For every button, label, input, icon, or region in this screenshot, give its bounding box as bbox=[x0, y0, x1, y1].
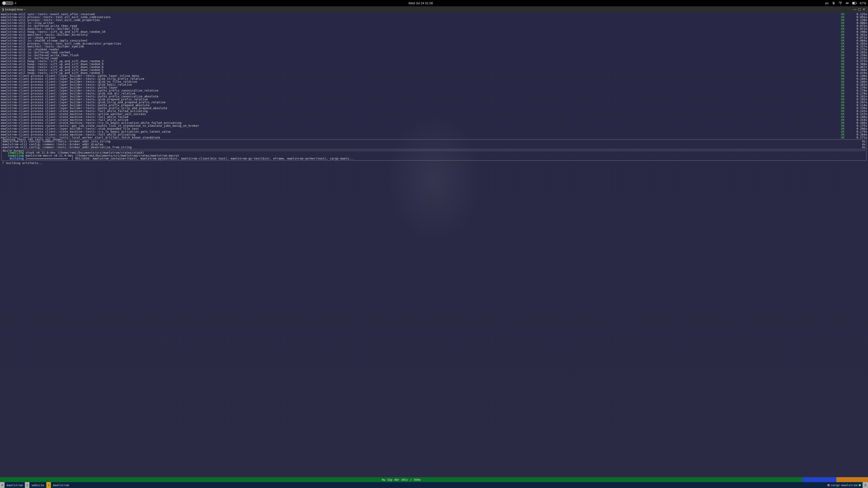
topbar-left bbox=[2, 1, 16, 5]
svg-line-6 bbox=[835, 4, 835, 4]
maximize-button[interactable]: ▢ bbox=[857, 7, 862, 11]
svg-point-9 bbox=[840, 4, 841, 4]
svg-rect-13 bbox=[856, 3, 857, 4]
test-result-row: maelstrom-client-process client::layer_b… bbox=[1, 83, 867, 86]
window-titlebar: ❯ [orange] tmux ~ — ▢ ✕ bbox=[0, 6, 868, 12]
progress-segment-blue bbox=[802, 477, 836, 482]
test-result-row: maelstrom-util manifest::tests::builder_… bbox=[1, 27, 867, 30]
test-result-row: maelstrom-util io::slow_writerOK0.086s bbox=[1, 22, 867, 24]
build-output-title: Build Output bbox=[2, 149, 25, 152]
test-result-row: maelstrom-util io::buffered_readOK0.124s bbox=[1, 57, 867, 60]
test-result-row: maelstrom-client-process client::state_m… bbox=[1, 112, 867, 116]
test-results-list: maelstrom-util sync::tests::event_sent_a… bbox=[1, 13, 867, 139]
test-result-row: maelstrom-util heap::tests::sift_up_and_… bbox=[1, 60, 867, 63]
svg-point-0 bbox=[833, 2, 834, 4]
running-tests-box: Running Tests (65 tests not shown) maels… bbox=[1, 139, 867, 149]
activities-pill[interactable] bbox=[2, 1, 13, 5]
terminal[interactable]: maelstrom-util sync::tests::event_sent_a… bbox=[0, 12, 868, 488]
test-result-row: maelstrom-util sync::tests::event_sent_a… bbox=[1, 13, 867, 15]
test-result-row: maelstrom-client-process client::state_m… bbox=[1, 116, 867, 119]
battery-percent: 67% bbox=[860, 1, 866, 5]
running-test-row: maelstrom-util config::common::tests::br… bbox=[2, 146, 866, 149]
session-status-icon bbox=[859, 484, 861, 486]
svg-line-8 bbox=[835, 2, 835, 2]
svg-line-5 bbox=[832, 2, 833, 2]
status-spinner-line: ⠏ building artifacts... bbox=[1, 162, 867, 164]
running-test-row: maelstrom-util config::common::tests::br… bbox=[2, 143, 866, 146]
test-result-row: maelstrom-util io::chunk_writerOK0.072s bbox=[1, 36, 867, 39]
topbar-right: en 67% bbox=[825, 1, 866, 5]
test-result-row: maelstrom-client-process router::tests::… bbox=[1, 136, 867, 139]
tmux-status-bar: 0maelstrom1website2maelstrom cargo-maels… bbox=[0, 482, 868, 488]
running-tests-title: Running Tests (65 tests not shown) bbox=[2, 138, 64, 141]
tmux-session-name: cargo-maelstrom bbox=[831, 484, 857, 487]
svg-line-7 bbox=[832, 4, 833, 4]
test-result-row: maelstrom-util io::sha256_stream_impls_c… bbox=[1, 39, 867, 42]
input-language[interactable]: en bbox=[825, 1, 829, 5]
test-result-row: maelstrom-util heap::tests::sift_up_and_… bbox=[1, 68, 867, 71]
brightness-icon[interactable] bbox=[832, 1, 835, 5]
progress-segment-orange bbox=[836, 477, 868, 482]
test-result-row: maelstrom-util heap::tests::sift_up_and_… bbox=[1, 66, 867, 68]
session-indicator-icon bbox=[828, 484, 830, 486]
test-result-row: maelstrom-util io::buffered_write_then_f… bbox=[1, 54, 867, 57]
clock[interactable]: Wed Jul 24 01:06 bbox=[16, 1, 825, 5]
test-result-row: maelstrom-util process::tests::test_exit… bbox=[1, 42, 867, 45]
close-button[interactable]: ✕ bbox=[862, 7, 866, 11]
build-output-box: Build Output Compiling xtask v0.11.0-dev… bbox=[1, 151, 867, 161]
test-result-row: maelstrom-util process::tests::test_all_… bbox=[1, 15, 867, 19]
test-result-row: maelstrom-util io::buffered_read_cachedO… bbox=[1, 51, 867, 54]
test-result-row: maelstrom-util io::chunked_readerOK0.175… bbox=[1, 48, 867, 51]
window-title: ❯ [orange] tmux ~ bbox=[2, 8, 852, 11]
test-result-row: maelstrom-util manifest::tests::builder_… bbox=[1, 45, 867, 48]
minimize-button[interactable]: — bbox=[852, 7, 857, 11]
progress-bar: 0w 32p 48r 301c / 369e bbox=[0, 477, 868, 482]
test-result-row: maelstrom-util io::buffered_write_then_r… bbox=[1, 24, 867, 27]
tmux-tab[interactable]: 0maelstrom bbox=[0, 482, 25, 488]
test-result-row: maelstrom-util manifest::tests::builder_… bbox=[1, 33, 867, 36]
tmux-tab[interactable]: 1website bbox=[25, 482, 46, 488]
test-result-row: maelstrom-util heap::tests::sift_up_and_… bbox=[1, 63, 867, 66]
svg-rect-14 bbox=[852, 2, 855, 4]
volume-muted-icon[interactable] bbox=[845, 1, 849, 5]
progress-counts: 0w 32p 48r 301c / 369e bbox=[0, 478, 802, 481]
wifi-icon[interactable] bbox=[839, 1, 842, 5]
test-result-row: maelstrom-util heap::tests::sift_up_and_… bbox=[1, 30, 867, 33]
gnome-topbar: Wed Jul 24 01:06 en 67% bbox=[0, 0, 868, 6]
tmux-tab[interactable]: 2maelstrom bbox=[46, 482, 71, 488]
running-test-row: maelstrom-util config::common::tests::br… bbox=[2, 140, 866, 143]
building-line: Building [======================> ] 991/… bbox=[2, 157, 866, 160]
battery-icon[interactable] bbox=[852, 2, 857, 4]
tmux-session: cargo-maelstrom bbox=[826, 484, 863, 487]
test-result-row: maelstrom-util process::tests::test_exit… bbox=[1, 19, 867, 22]
tmux-pane-num: 0 bbox=[863, 482, 868, 488]
